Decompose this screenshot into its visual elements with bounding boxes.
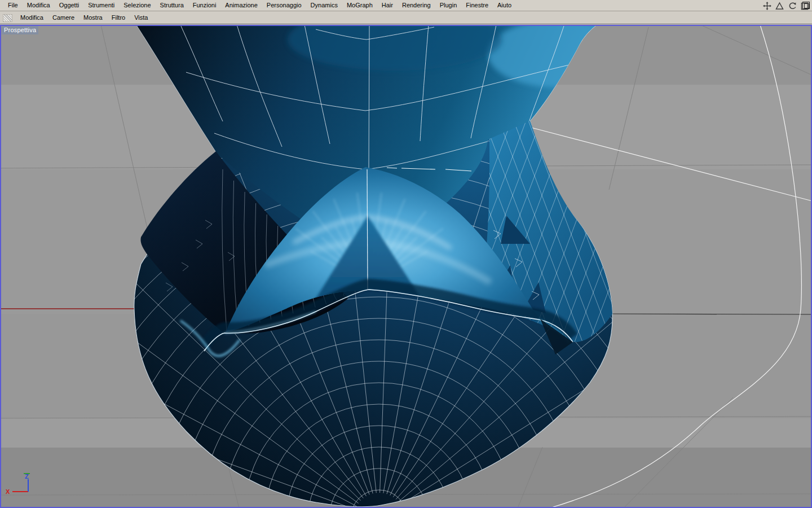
menu-item-aiuto[interactable]: Aiuto bbox=[493, 0, 516, 11]
menu-item-hair[interactable]: Hair bbox=[377, 0, 398, 11]
menu-item-rendering[interactable]: Rendering bbox=[398, 0, 435, 11]
menu-item-selezione[interactable]: Selezione bbox=[119, 0, 155, 11]
menu-item-strumenti[interactable]: Strumenti bbox=[83, 0, 119, 11]
rotate-icon[interactable] bbox=[788, 2, 797, 10]
menu-item-personaggio[interactable]: Personaggio bbox=[262, 0, 306, 11]
viewport-menu-item-modifica[interactable]: Modifica bbox=[16, 12, 48, 23]
viewport-nav-icons bbox=[763, 2, 809, 10]
viewport-menu-item-filtro[interactable]: Filtro bbox=[107, 12, 130, 23]
menu-item-struttura[interactable]: Struttura bbox=[156, 0, 188, 11]
menu-item-modifica[interactable]: Modifica bbox=[23, 0, 55, 11]
viewport-menu-item-camere[interactable]: Camere bbox=[48, 12, 79, 23]
viewport-menu-bar: ModificaCamereMostraFiltroVista bbox=[0, 12, 812, 24]
menu-item-mograph[interactable]: MoGraph bbox=[342, 0, 377, 11]
maximize-view-icon[interactable] bbox=[801, 2, 809, 10]
menu-item-funzioni[interactable]: Funzioni bbox=[188, 0, 221, 11]
axis-x-label: X bbox=[6, 488, 10, 495]
menu-item-animazione[interactable]: Animazione bbox=[220, 0, 262, 11]
menu-item-dynamics[interactable]: Dynamics bbox=[306, 0, 342, 11]
menu-item-oggetti[interactable]: Oggetti bbox=[55, 0, 83, 11]
menu-item-plugin[interactable]: Plugin bbox=[435, 0, 462, 11]
viewport-menu-item-vista[interactable]: Vista bbox=[130, 12, 152, 23]
scale-icon[interactable] bbox=[775, 2, 784, 10]
menu-item-finestre[interactable]: Finestre bbox=[461, 0, 493, 11]
perspective-viewport-canvas[interactable]: XZ bbox=[0, 25, 812, 508]
application-menu-bar: FileModificaOggettiStrumentiSelezioneStr… bbox=[0, 0, 812, 11]
menu-item-file[interactable]: File bbox=[3, 0, 23, 11]
viewport-menu-item-mostra[interactable]: Mostra bbox=[79, 12, 107, 23]
pan-icon[interactable] bbox=[763, 2, 771, 10]
toolbar-drag-handle[interactable] bbox=[3, 14, 12, 22]
axis-z-label: Z bbox=[25, 473, 29, 480]
viewport-camera-label[interactable]: Prospettiva bbox=[2, 26, 38, 34]
